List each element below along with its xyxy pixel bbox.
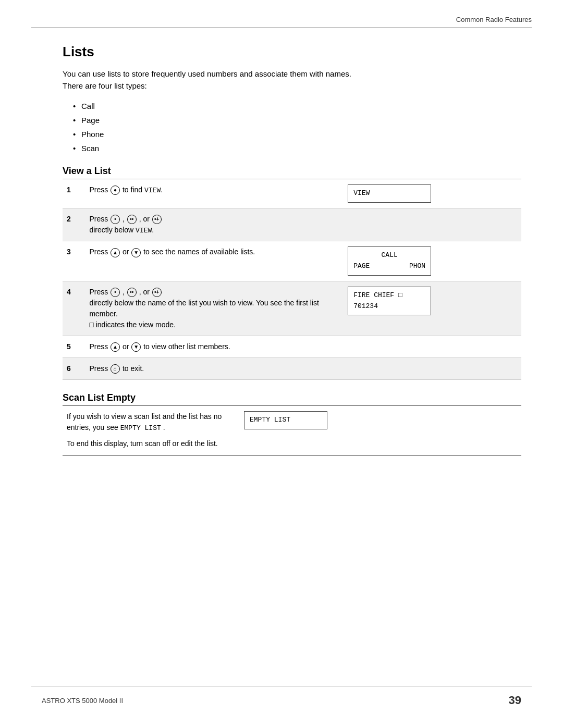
step-text: Press ● to find VIEW. — [85, 179, 344, 208]
soft-key1b-icon: • — [111, 288, 120, 297]
step-display: FIRE CHIEF □ 701234 — [344, 281, 521, 336]
soft-key3-icon: •+ — [152, 215, 162, 224]
view-keyword2: VIEW — [136, 227, 152, 235]
footer-left: ASTRO XTS 5000 Model II — [42, 697, 123, 705]
intro-text: You can use lists to store frequently us… — [63, 68, 354, 92]
lcd-line1: CALL — [353, 250, 425, 261]
table-row: To end this display, turn scan off or ed… — [63, 438, 521, 456]
period2: . — [152, 226, 154, 234]
scan-display-cell2 — [240, 438, 521, 456]
step-number: 5 — [63, 336, 85, 357]
menu-button-icon: ● — [111, 186, 120, 195]
step-number: 6 — [63, 357, 85, 379]
view-other-label: to view other list members. — [143, 342, 230, 351]
step-display: VIEW — [344, 179, 521, 208]
scan-text2: To end this display, turn scan off or ed… — [67, 439, 218, 448]
to-find-label: to find — [123, 186, 144, 194]
step4-desc: directly below the name of the list you … — [89, 299, 319, 318]
list-item: Phone — [73, 127, 521, 141]
step-text: Press • , •• , or •+ directly below the … — [85, 281, 344, 336]
footer-area: ASTRO XTS 5000 Model II 39 — [0, 694, 563, 707]
page-container: Common Radio Features Lists You can use … — [0, 0, 563, 728]
header-label: Common Radio Features — [456, 16, 532, 23]
step-number: 1 — [63, 179, 85, 208]
lcd-fire-chief: FIRE CHIEF □ — [353, 290, 425, 301]
lcd-line2: PAGE PHON — [353, 261, 425, 272]
view-keyword: VIEW — [144, 187, 161, 194]
step-number: 4 — [63, 281, 85, 336]
up-button2-icon: ▲ — [111, 342, 120, 352]
comma: , — [123, 215, 127, 223]
step-text: Press ⌂ to exit. — [85, 357, 344, 379]
steps-table: 1 Press ● to find VIEW. VIEW 2 Press — [63, 179, 521, 380]
lcd-display-firechief: FIRE CHIEF □ 701234 — [348, 287, 431, 316]
step-text: Press ▲ or ▼ to see the names of availab… — [85, 241, 344, 281]
or-label: , or — [139, 215, 152, 223]
header-area: Common Radio Features — [0, 0, 563, 23]
table-row: 1 Press ● to find VIEW. VIEW — [63, 179, 521, 208]
comma2: , — [123, 288, 127, 296]
view-a-list-heading: View a List — [63, 166, 521, 179]
table-row: 3 Press ▲ or ▼ to see the names of avail… — [63, 241, 521, 281]
bullet-list: Call Page Phone Scan — [73, 99, 521, 155]
lcd-page: PAGE — [353, 261, 370, 272]
table-row: 2 Press • , •• , or •+ directly below VI… — [63, 208, 521, 241]
step-display: CALL PAGE PHON — [344, 241, 521, 281]
or-label2: , or — [139, 288, 152, 296]
below-view-label: directly below — [89, 226, 136, 234]
lcd-text: VIEW — [353, 188, 425, 199]
home-button-icon: ⌂ — [111, 364, 120, 374]
step4-desc2: □ indicates the view mode. — [89, 320, 176, 329]
list-item: Call — [73, 99, 521, 113]
scan-table: If you wish to view a scan list and the … — [63, 406, 521, 456]
lcd-display: CALL PAGE PHON — [348, 246, 431, 276]
down-button2-icon: ▼ — [131, 342, 141, 352]
main-content: Lists You can use lists to store frequen… — [0, 28, 563, 477]
or-label: or — [123, 248, 131, 256]
lcd-phon: PHON — [409, 261, 425, 272]
step-number: 3 — [63, 241, 85, 281]
scan-display-cell: EMPTY LIST — [240, 406, 521, 439]
up-button-icon: ▲ — [111, 248, 120, 257]
down-button-icon: ▼ — [131, 248, 141, 257]
soft-key3b-icon: •+ — [152, 288, 162, 297]
lcd-number: 701234 — [353, 301, 425, 312]
scan-text2-cell: To end this display, turn scan off or ed… — [63, 438, 240, 456]
footer-page-number: 39 — [509, 694, 521, 707]
scan-list-empty-heading: Scan List Empty — [63, 392, 521, 406]
list-item: Scan — [73, 141, 521, 155]
page-title: Lists — [63, 44, 521, 60]
scan-list-empty-section: Scan List Empty If you wish to view a sc… — [63, 392, 521, 456]
scan-text1-end: . — [163, 423, 165, 431]
press-label: Press — [89, 364, 110, 373]
step-display — [344, 208, 521, 241]
press-label: Press — [89, 186, 110, 194]
scan-empty-list-mono: EMPTY LIST — [120, 424, 161, 432]
step-display — [344, 336, 521, 357]
see-label: to see the names of available lists. — [143, 248, 255, 256]
table-row: 4 Press • , •• , or •+ directly below th… — [63, 281, 521, 336]
step-text: Press • , •• , or •+ directly below VIEW… — [85, 208, 344, 241]
lcd-display: VIEW — [348, 184, 431, 203]
scan-text-cell: If you wish to view a scan list and the … — [63, 406, 240, 439]
soft-key2b-icon: •• — [127, 288, 137, 297]
press-label: Press — [89, 342, 110, 351]
footer-divider — [31, 686, 532, 686]
soft-key1-icon: • — [111, 215, 120, 224]
table-row: If you wish to view a scan list and the … — [63, 406, 521, 439]
exit-label: to exit. — [123, 364, 144, 373]
press-label: Press — [89, 215, 110, 223]
lcd-empty-list: EMPTY LIST — [250, 415, 322, 426]
step-display — [344, 357, 521, 379]
lcd-display-empty: EMPTY LIST — [244, 411, 327, 429]
step-text: Press ▲ or ▼ to view other list members. — [85, 336, 344, 357]
step-number: 2 — [63, 208, 85, 241]
list-item: Page — [73, 113, 521, 127]
soft-key2-icon: •• — [127, 215, 137, 224]
press-label: Press — [89, 248, 110, 256]
or-label3: or — [123, 342, 131, 351]
table-row: 6 Press ⌂ to exit. — [63, 357, 521, 379]
press-label: Press — [89, 288, 110, 296]
table-row: 5 Press ▲ or ▼ to view other list member… — [63, 336, 521, 357]
period: . — [161, 186, 163, 194]
